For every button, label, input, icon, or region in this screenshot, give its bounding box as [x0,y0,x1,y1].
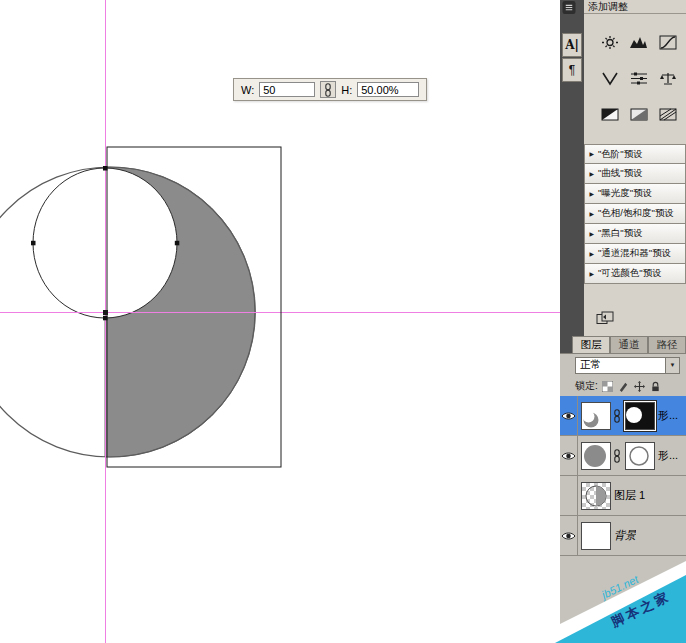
vector-mask-thumbnail[interactable] [625,402,655,430]
right-panel-area: A| ¶ 添加调整 [560,0,686,643]
lock-row: 锁定: [560,376,686,396]
adjustment-icon-row-3 [584,106,686,122]
paragraph-panel-icon: ¶ [569,63,575,77]
preset-row-selective-color[interactable]: ▶ "可选颜色"预设 [584,264,686,284]
anchor-point-bottom[interactable] [103,316,108,321]
visibility-toggle[interactable] [560,436,578,475]
dropdown-arrow-icon: ▼ [665,358,679,373]
color-balance-icon[interactable] [657,70,679,86]
lock-transparency-icon[interactable] [602,380,614,392]
preset-row-black-white[interactable]: ▶ "黑白"预设 [584,224,686,244]
hue-saturation-icon[interactable] [628,70,650,86]
vibrance-icon[interactable] [599,70,621,86]
expand-triangle-icon: ▶ [589,251,594,257]
preset-label: "色相/饱和度"预设 [598,207,674,220]
character-panel-icon: A| [565,38,579,52]
eye-icon [561,411,576,421]
eye-icon [561,531,576,541]
preset-label: "色阶"预设 [598,148,643,161]
expand-triangle-icon: ▶ [589,171,594,177]
channel-mixer-icon[interactable] [657,106,679,122]
preset-label: "黑白"预设 [598,227,643,240]
blend-mode-value: 正常 [576,358,665,372]
adjustment-icon-row-1 [584,34,686,50]
transform-options-bar: W: H: [233,78,427,101]
adjustments-panel: ▶ "色阶"预设 ▶ "曲线"预设 ▶ "曝光度"预设 ▶ "色相/饱和度"预设… [584,14,686,336]
layer-row-shape-2[interactable]: 形... [560,396,686,436]
preset-row-channel-mixer[interactable]: ▶ "通道混和器"预设 [584,244,686,264]
anchor-point-left[interactable] [31,241,36,246]
layer-name: 背景 [614,528,636,543]
layer-thumbnail[interactable] [581,402,611,430]
preset-row-curves[interactable]: ▶ "曲线"预设 [584,164,686,184]
preset-row-exposure[interactable]: ▶ "曝光度"预设 [584,184,686,204]
photo-filter-icon[interactable] [628,106,650,122]
chain-link-icon [324,83,332,97]
tab-label: 路径 [657,338,678,352]
mask-link-icon[interactable] [612,409,621,423]
anchor-point-top[interactable] [103,166,108,171]
preset-list: ▶ "色阶"预设 ▶ "曲线"预设 ▶ "曝光度"预设 ▶ "色相/饱和度"预设… [584,144,686,284]
blend-mode-select[interactable]: 正常 ▼ [575,357,680,374]
layer-thumbnail[interactable] [581,482,611,510]
preset-label: "曲线"预设 [598,167,643,180]
layer-thumbnail[interactable] [581,442,611,470]
layers-panel-body: 正常 ▼ 锁定: [560,353,686,643]
link-dimensions-button[interactable] [320,81,336,98]
tab-paths[interactable]: 路径 [648,336,686,353]
visibility-toggle[interactable] [560,396,578,435]
layer-row-layer-1[interactable]: 图层 1 [560,476,686,516]
preset-label: "曝光度"预设 [598,187,652,200]
blend-mode-row: 正常 ▼ [560,354,686,376]
expand-triangle-icon: ▶ [589,271,594,277]
tab-channels[interactable]: 通道 [610,336,648,353]
lock-label: 锁定: [575,379,598,393]
layer-name: 图层 1 [614,488,645,503]
anchor-point-right[interactable] [175,241,180,246]
expand-triangle-icon: ▶ [589,211,594,217]
preset-row-hue-saturation[interactable]: ▶ "色相/饱和度"预设 [584,204,686,224]
transform-reference-point[interactable] [103,310,108,315]
width-label: W: [241,84,254,96]
curves-icon[interactable] [657,34,679,50]
layer-row-shape-1[interactable]: 形... [560,436,686,476]
preset-row-levels[interactable]: ▶ "色阶"预设 [584,144,686,164]
layer-row-background[interactable]: 背景 [560,516,686,556]
layer-thumbnail[interactable] [581,522,611,550]
layer-name: 形... [658,448,678,463]
layers-panel: 图层 通道 路径 正常 ▼ 锁定: [560,336,686,643]
adjustments-title: 添加调整 [588,0,628,14]
brightness-contrast-icon[interactable] [599,34,621,50]
lock-all-icon[interactable] [650,380,662,392]
tab-label: 通道 [619,338,640,352]
expand-triangle-icon: ▶ [589,231,594,237]
layer-name: 形... [658,408,678,423]
adjustments-panel-header: 添加调整 [584,0,686,14]
tab-label: 图层 [581,338,602,352]
character-panel-button[interactable]: A| [562,33,582,57]
width-input[interactable] [259,82,315,97]
preset-label: "通道混和器"预设 [598,247,671,260]
adjustment-icon-row-2 [584,70,686,86]
visibility-toggle[interactable] [560,516,578,555]
panel-menu-icon[interactable] [562,1,576,14]
black-white-icon[interactable] [599,106,621,122]
panel-dock: A| ¶ [560,0,584,336]
vector-mask-thumbnail[interactable] [625,442,655,470]
panel-view-toggle-icon[interactable] [596,310,614,326]
lock-position-icon[interactable] [634,380,646,392]
expand-triangle-icon: ▶ [589,151,594,157]
mask-link-icon[interactable] [612,449,621,463]
tab-layers[interactable]: 图层 [572,336,610,353]
preset-label: "可选颜色"预设 [598,267,662,280]
levels-icon[interactable] [628,34,650,50]
layers-tab-bar: 图层 通道 路径 [560,336,686,353]
eye-icon [561,451,576,461]
paragraph-panel-button[interactable]: ¶ [562,58,582,82]
photoshop-workspace: W: H: A| ¶ [0,0,686,643]
lock-pixels-icon[interactable] [618,380,630,392]
visibility-toggle[interactable] [560,476,578,515]
height-label: H: [341,84,352,96]
height-input[interactable] [357,82,419,97]
expand-triangle-icon: ▶ [589,191,594,197]
